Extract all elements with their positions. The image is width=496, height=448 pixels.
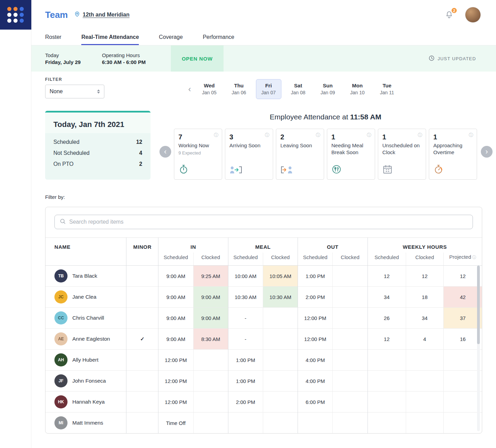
- user-avatar[interactable]: [465, 7, 481, 23]
- out-scheduled-cell: 4:00 PM: [298, 350, 333, 371]
- filter-row: FILTER None ‹ Wed Jan 05 Thu Jan 06 Fri: [31, 72, 496, 107]
- cards-prev-button[interactable]: ‹: [159, 146, 171, 158]
- table-row[interactable]: CC Chris Charvill 9:00 AM 9:00 AM - 12:0…: [45, 308, 482, 329]
- out-scheduled-cell: [298, 413, 333, 434]
- daily-summary-card: Today, Jan 7th 2021 Scheduled 12 Not Sch…: [45, 111, 151, 180]
- stat-card-working-now[interactable]: ⓘ 7 Working Now 9 Expected: [174, 129, 222, 180]
- col-header-meal: MEAL: [228, 238, 298, 253]
- last-updated: JUST UPDATED: [428, 55, 496, 62]
- minor-cell: [126, 413, 158, 434]
- operating-hours-block: Operating Hours 6:30 AM - 6:00 PM: [102, 52, 171, 65]
- day-thu-jan-06[interactable]: Thu Jan 06: [226, 79, 252, 99]
- in-clocked-cell: 9:00 AM: [193, 308, 228, 329]
- day-fri-jan-07[interactable]: Fri Jan 07: [256, 79, 281, 99]
- in-scheduled-cell: 9:00 AM: [158, 287, 193, 308]
- avatar: CC: [54, 311, 68, 324]
- table-row[interactable]: MI Matt Immens Time Off: [45, 413, 482, 434]
- weekly-projected-cell: [444, 413, 482, 434]
- minor-cell: [126, 392, 158, 413]
- day-mon-jan-10[interactable]: Mon Jan 10: [345, 79, 370, 99]
- attendance-table-body: TB Tara Black 9:00 AM 9:25 AM 10:00 AM 1…: [45, 266, 482, 434]
- stat-card-leaving-soon[interactable]: ⓘ 2 Leaving Soon: [276, 129, 324, 180]
- table-row[interactable]: JC Jane Clea 9:00 AM 9:00 AM 10:30 AM 10…: [45, 287, 482, 308]
- employee-name: Matt Immens: [72, 420, 103, 426]
- weekly-projected-cell: 37: [444, 308, 482, 329]
- location-link[interactable]: 12th and Meridian: [83, 12, 130, 18]
- day-sat-jan-08[interactable]: Sat Jan 08: [286, 79, 311, 99]
- weekly-projected-cell: 16: [444, 329, 482, 350]
- day-sun-jan-09[interactable]: Sun Jan 09: [315, 79, 341, 99]
- info-icon[interactable]: ⓘ: [367, 132, 371, 138]
- table-row[interactable]: JF John Fonseca 12:00 PM 1:00 PM 4:00 PM: [45, 371, 482, 392]
- avatar: AE: [54, 332, 68, 345]
- bell-icon: [444, 14, 454, 20]
- day-wed-jan-05[interactable]: Wed Jan 05: [197, 79, 222, 99]
- col-header-weekly-hours: WEEKLY HOURS: [368, 238, 482, 253]
- day-picker: ‹ Wed Jan 05 Thu Jan 06 Fri Jan 07 Sat J…: [187, 77, 400, 99]
- in-scheduled-cell: 12:00 PM: [158, 392, 193, 413]
- info-icon[interactable]: ⓘ: [418, 132, 422, 138]
- in-clocked-cell: [193, 392, 228, 413]
- today-label: Today: [45, 52, 102, 58]
- tab-real-time-attendance[interactable]: Real-Time Attendance: [81, 34, 139, 45]
- cards-next-button[interactable]: ›: [481, 146, 493, 158]
- minor-cell: [126, 371, 158, 392]
- stat-card-approaching-overtime[interactable]: ⓘ 1 Approaching Overtime: [429, 129, 477, 180]
- filter-label: FILTER: [45, 77, 104, 82]
- weekly-clocked-cell: [406, 350, 443, 371]
- tab-performance[interactable]: Performance: [203, 34, 235, 45]
- table-scrollbar-thumb[interactable]: [477, 266, 480, 344]
- employee-name-cell: HK Hannah Keya: [45, 392, 126, 412]
- employee-name-cell: JC Jane Clea: [45, 287, 126, 307]
- out-scheduled-cell: 2:00 PM: [298, 287, 333, 308]
- employee-name-cell: TB Tara Black: [45, 266, 126, 286]
- location-selector[interactable]: 12th and Meridian: [74, 11, 130, 19]
- employee-name: Ally Hubert: [72, 357, 99, 363]
- avatar: JC: [54, 290, 68, 303]
- stat-card-unscheduled-on-clock[interactable]: ⓘ 1 Unscheduled on Clock: [378, 129, 426, 180]
- stat-card-arriving-soon[interactable]: ⓘ 3 Arriving Soon: [225, 129, 273, 180]
- employee-name: John Fonseca: [72, 378, 106, 384]
- search-row: [45, 207, 482, 237]
- summary-stat-not-scheduled: Not Scheduled 4: [53, 148, 142, 159]
- summary-stats: Scheduled 12 Not Scheduled 4 On PTO 2: [45, 133, 151, 177]
- table-group-header: NAME MINOR IN MEAL OUT WEEKLY HOURS: [45, 238, 482, 253]
- table-row[interactable]: AH Ally Hubert 12:00 PM 1:00 PM 4:00 PM: [45, 350, 482, 371]
- filter-select[interactable]: None: [45, 85, 104, 98]
- in-clocked-cell: [193, 350, 228, 371]
- notifications-button[interactable]: 2: [444, 10, 455, 20]
- search-input[interactable]: [69, 219, 468, 225]
- tab-roster[interactable]: Roster: [45, 34, 61, 45]
- info-icon[interactable]: ⓘ: [472, 255, 476, 260]
- meal-clocked-cell: [263, 392, 298, 413]
- info-icon[interactable]: ⓘ: [469, 132, 473, 138]
- col-header-in: IN: [158, 238, 228, 253]
- subcol-meal-scheduled: Scheduled: [228, 253, 263, 266]
- minor-cell: [126, 287, 158, 308]
- weekly-projected-cell: [444, 350, 482, 371]
- employee-name: Chris Charvill: [72, 315, 104, 321]
- table-row[interactable]: TB Tara Black 9:00 AM 9:25 AM 10:00 AM 1…: [45, 266, 482, 287]
- info-icon[interactable]: ⓘ: [265, 132, 269, 138]
- days-prev-button[interactable]: ‹: [187, 85, 193, 93]
- attendance-table-container: NAME MINOR IN MEAL OUT WEEKLY HOURS Sche…: [45, 207, 482, 434]
- minor-cell: ✓: [126, 329, 158, 350]
- person-arriving-icon: [229, 165, 242, 176]
- day-tue-jan-11[interactable]: Tue Jan 11: [374, 79, 400, 99]
- tab-coverage[interactable]: Coverage: [159, 34, 183, 45]
- left-rail: [0, 0, 31, 448]
- avatar: TB: [54, 269, 68, 282]
- meal-clocked-cell: [263, 329, 298, 350]
- info-icon[interactable]: ⓘ: [214, 132, 218, 138]
- stat-card-needing-meal-break[interactable]: ⓘ 1 Needing Meal Break Soon: [327, 129, 375, 180]
- in-scheduled-cell: 9:00 AM: [158, 266, 193, 287]
- table-row[interactable]: AE Anne Eagleston ✓ 9:00 AM 8:30 AM - 12…: [45, 329, 482, 350]
- table-row[interactable]: HK Hannah Keya 12:00 PM 2:00 PM 6:00 PM: [45, 392, 482, 413]
- meal-scheduled-cell: 10:30 AM: [228, 287, 263, 308]
- app-logo[interactable]: [0, 0, 31, 30]
- status-bar: Today Friday, July 29 Operating Hours 6:…: [31, 45, 496, 72]
- info-icon[interactable]: ⓘ: [316, 132, 320, 138]
- employee-name: Jane Clea: [72, 294, 96, 300]
- weekly-clocked-cell: 12: [406, 266, 443, 287]
- weekly-clocked-cell: [406, 392, 443, 413]
